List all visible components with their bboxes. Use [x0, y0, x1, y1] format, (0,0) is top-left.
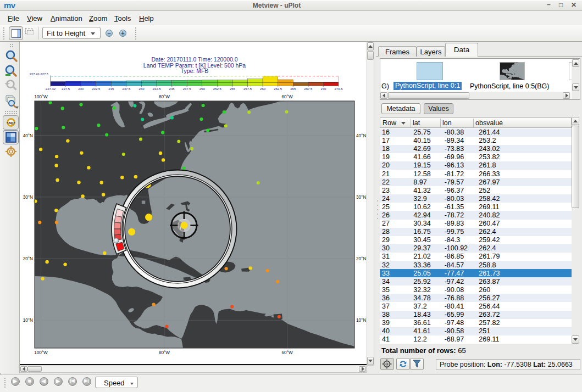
- svg-text:252.5: 252.5: [213, 87, 222, 91]
- svg-text:265: 265: [290, 87, 296, 91]
- svg-text:60°W: 60°W: [282, 94, 293, 99]
- svg-text:242.5: 242.5: [153, 87, 162, 91]
- svg-text:267.5: 267.5: [304, 87, 313, 91]
- svg-text:237.5: 237.5: [122, 87, 131, 91]
- svg-text:227.5: 227.5: [62, 87, 70, 91]
- svg-text:270.6: 270.6: [334, 87, 343, 91]
- svg-text:80°W: 80°W: [159, 94, 170, 99]
- svg-text:230: 230: [78, 87, 84, 91]
- svg-text:247.5: 247.5: [183, 87, 192, 91]
- svg-text:30°N: 30°N: [23, 195, 33, 200]
- svg-text:30°N: 30°N: [356, 195, 366, 200]
- svg-text:270: 270: [320, 87, 326, 91]
- svg-text:10°N: 10°N: [356, 318, 366, 323]
- svg-text:250: 250: [199, 87, 206, 91]
- svg-text:20°N: 20°N: [23, 256, 33, 261]
- svg-text:60°W: 60°W: [282, 350, 293, 355]
- svg-text:257.5: 257.5: [243, 87, 252, 91]
- svg-text:235: 235: [108, 87, 114, 91]
- svg-text:100°W: 100°W: [34, 350, 48, 355]
- svg-text:245: 245: [169, 87, 175, 91]
- svg-text:ag: ag: [8, 120, 13, 125]
- svg-text:227.42: 227.42: [46, 87, 56, 91]
- svg-text:20°N: 20°N: [356, 256, 366, 261]
- svg-text:255: 255: [230, 87, 236, 91]
- svg-text:100°W: 100°W: [34, 94, 48, 99]
- svg-text:40°N: 40°N: [23, 133, 33, 138]
- svg-text:260: 260: [260, 87, 266, 91]
- svg-text:262.5: 262.5: [274, 87, 282, 91]
- svg-text:232.5: 232.5: [92, 87, 101, 91]
- svg-text:227.42-227.5: 227.42-227.5: [30, 72, 48, 76]
- svg-text:80°W: 80°W: [159, 350, 170, 355]
- svg-text:240: 240: [138, 87, 145, 91]
- svg-text:40°N: 40°N: [356, 133, 366, 138]
- svg-text:Type: MFB: Type: MFB: [181, 68, 209, 74]
- svg-text:10°N: 10°N: [23, 318, 33, 323]
